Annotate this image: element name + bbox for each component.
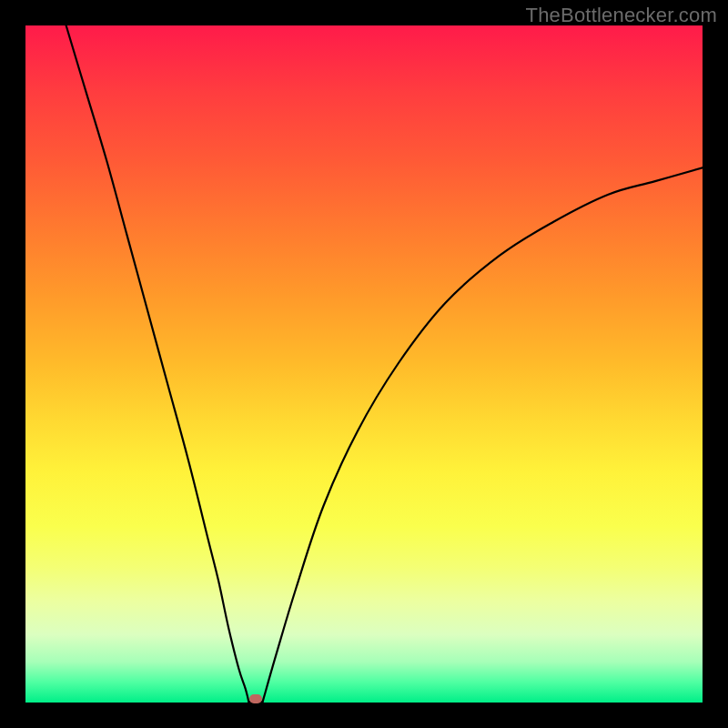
plot-area xyxy=(25,25,703,703)
chart-frame: TheBottlenecker.com xyxy=(0,0,728,728)
optimal-point-marker xyxy=(249,694,262,703)
bottleneck-curve xyxy=(25,25,703,703)
curve-left-branch xyxy=(66,25,249,703)
curve-right-branch xyxy=(262,167,703,703)
watermark-text: TheBottlenecker.com xyxy=(526,4,717,27)
